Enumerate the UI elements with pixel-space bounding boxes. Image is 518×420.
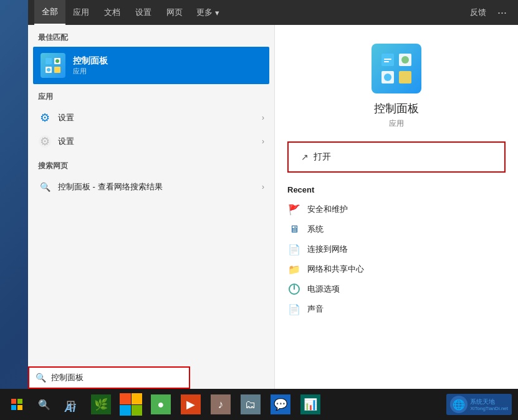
gear-gray-icon: ⚙ bbox=[38, 135, 52, 148]
svg-rect-9 bbox=[399, 71, 411, 84]
open-button-wrapper: ↗ 打开 bbox=[287, 141, 506, 173]
taskbar-search-icon: 🔍 bbox=[38, 399, 50, 411]
tab-docs[interactable]: 文档 bbox=[97, 0, 128, 25]
tab-feedback[interactable]: 反馈 bbox=[464, 7, 492, 18]
network-connect-icon: 📄 bbox=[287, 242, 301, 256]
svg-rect-16 bbox=[17, 399, 22, 404]
more-options-button[interactable]: ··· bbox=[492, 6, 512, 19]
svg-point-10 bbox=[384, 74, 391, 81]
power-icon bbox=[287, 282, 301, 296]
taskbar: 🔍 ⊞ 🌿 ● ▶ ♪ 🗂 💬 bbox=[0, 389, 518, 420]
tab-web[interactable]: 网页 bbox=[159, 0, 190, 25]
right-panel-title: 控制面板 bbox=[374, 101, 419, 116]
tab-bar: 全部 应用 文档 设置 网页 更多 ▾ 反馈 ··· bbox=[28, 0, 518, 25]
main-content: 最佳匹配 控制面板 应用 应用 bbox=[28, 25, 518, 396]
svg-point-5 bbox=[55, 59, 59, 63]
start-button[interactable] bbox=[2, 389, 31, 420]
best-match-title: 控制面板 bbox=[73, 55, 108, 67]
svg-rect-18 bbox=[17, 405, 22, 410]
web-search-label: 控制面板 - 查看网络搜索结果 bbox=[58, 181, 262, 193]
open-button[interactable]: ↗ 打开 bbox=[291, 145, 502, 169]
taskbar-right: 🌐 系统天地 XiTongTianDi.net bbox=[446, 394, 516, 415]
recent-label-5: 声音 bbox=[307, 303, 324, 315]
control-panel-icon-small bbox=[41, 53, 65, 78]
search-panel: 全部 应用 文档 设置 网页 更多 ▾ 反馈 ··· 最佳匹配 bbox=[28, 0, 518, 396]
svg-point-11 bbox=[401, 56, 409, 64]
arrow-icon-3: › bbox=[262, 183, 264, 191]
recent-list: 🚩 安全和维护 🖥 系统 📄 连接到网络 📁 网络和共享中心 bbox=[275, 199, 518, 319]
recent-item-5[interactable]: 📄 声音 bbox=[281, 299, 512, 319]
recent-item-0[interactable]: 🚩 安全和维护 bbox=[281, 199, 512, 219]
xitong-badge: 🌐 系统天地 XiTongTianDi.net bbox=[446, 394, 512, 415]
taskbar-app-1[interactable]: 🌿 bbox=[87, 390, 115, 419]
network-share-icon: 📁 bbox=[287, 262, 301, 276]
recent-label-2: 连接到网络 bbox=[307, 244, 348, 255]
gear-blue-icon: ⚙ bbox=[38, 111, 52, 125]
recent-label-0: 安全和维护 bbox=[307, 204, 348, 215]
svg-rect-0 bbox=[46, 58, 52, 64]
web-search-item[interactable]: 🔍 控制面板 - 查看网络搜索结果 › bbox=[28, 175, 274, 199]
recent-item-1[interactable]: 🖥 系统 bbox=[281, 219, 512, 239]
svg-rect-13 bbox=[384, 61, 389, 62]
settings-label-2: 设置 bbox=[58, 136, 262, 147]
settings-item-1[interactable]: ⚙ 设置 › bbox=[28, 106, 274, 130]
tab-more[interactable]: 更多 ▾ bbox=[190, 7, 226, 18]
search-bar-icon: 🔍 bbox=[36, 373, 46, 383]
svg-point-4 bbox=[47, 68, 50, 72]
open-label: 打开 bbox=[314, 151, 331, 163]
recent-label: Recent bbox=[287, 185, 314, 194]
taskbar-app-4[interactable]: ▶ bbox=[176, 390, 205, 419]
recent-label-3: 网络和共享中心 bbox=[307, 264, 364, 275]
apps-section-label: 应用 bbox=[28, 84, 274, 106]
best-match-text: 控制面板 应用 bbox=[73, 55, 108, 76]
left-panel: 最佳匹配 控制面板 应用 应用 bbox=[28, 25, 274, 396]
xitong-text-block: 系统天地 XiTongTianDi.net bbox=[470, 398, 508, 411]
taskbar-app-7[interactable]: 💬 bbox=[266, 390, 295, 419]
colored-app-2 bbox=[120, 393, 142, 416]
taskbar-app-3[interactable]: ● bbox=[146, 390, 175, 419]
taskbar-app-6[interactable]: 🗂 bbox=[236, 390, 265, 419]
security-icon: 🚩 bbox=[287, 203, 301, 216]
taskbar-app-5[interactable]: ♪ bbox=[206, 390, 235, 419]
search-bar-value: 控制面板 bbox=[51, 372, 84, 383]
svg-rect-17 bbox=[11, 405, 16, 410]
svg-rect-12 bbox=[384, 59, 391, 60]
right-panel-subtitle: 应用 bbox=[389, 118, 404, 129]
best-match-label: 最佳匹配 bbox=[28, 25, 274, 47]
tab-settings[interactable]: 设置 bbox=[128, 0, 159, 25]
recent-item-2[interactable]: 📄 连接到网络 bbox=[281, 239, 512, 259]
arrow-icon-2: › bbox=[262, 137, 264, 146]
xitong-icon: 🌐 bbox=[450, 396, 468, 413]
tab-all[interactable]: 全部 bbox=[34, 0, 65, 25]
recent-label-1: 系统 bbox=[307, 224, 324, 235]
search-icon-sm: 🔍 bbox=[38, 180, 52, 194]
arrow-icon-1: › bbox=[262, 113, 264, 122]
recent-item-3[interactable]: 📁 网络和共享中心 bbox=[281, 259, 512, 279]
tab-apps[interactable]: 应用 bbox=[65, 0, 97, 25]
right-panel: 控制面板 应用 ↗ 打开 Recent 🚩 安全和维护 🖥 系统 bbox=[274, 25, 518, 396]
settings-label-1: 设置 bbox=[58, 112, 262, 123]
best-match-item[interactable]: 控制面板 应用 bbox=[33, 47, 269, 84]
xitong-name: 系统天地 bbox=[470, 398, 508, 406]
system-icon: 🖥 bbox=[287, 222, 301, 236]
svg-rect-3 bbox=[54, 67, 60, 73]
best-match-subtitle: 应用 bbox=[73, 67, 108, 76]
svg-rect-15 bbox=[11, 399, 16, 404]
taskbar-apps: 🌿 ● ▶ ♪ 🗂 💬 📊 bbox=[87, 390, 325, 419]
taskbar-app-2[interactable] bbox=[117, 390, 145, 419]
recent-item-4[interactable]: 电源选项 bbox=[281, 279, 512, 299]
taskbar-app-8[interactable]: 📊 bbox=[296, 390, 325, 419]
ai-watermark: Ai bbox=[53, 396, 87, 420]
open-icon: ↗ bbox=[301, 152, 309, 162]
control-panel-icon-large bbox=[372, 44, 421, 93]
xitong-url: XiTongTianDi.net bbox=[470, 406, 508, 411]
search-bar[interactable]: 🔍 控制面板 bbox=[28, 366, 190, 389]
sound-icon: 📄 bbox=[287, 302, 301, 316]
chevron-down-icon: ▾ bbox=[215, 8, 219, 17]
settings-item-2[interactable]: ⚙ 设置 › bbox=[28, 130, 274, 153]
web-section-label: 搜索网页 bbox=[28, 153, 274, 175]
recent-label-4: 电源选项 bbox=[307, 284, 340, 295]
